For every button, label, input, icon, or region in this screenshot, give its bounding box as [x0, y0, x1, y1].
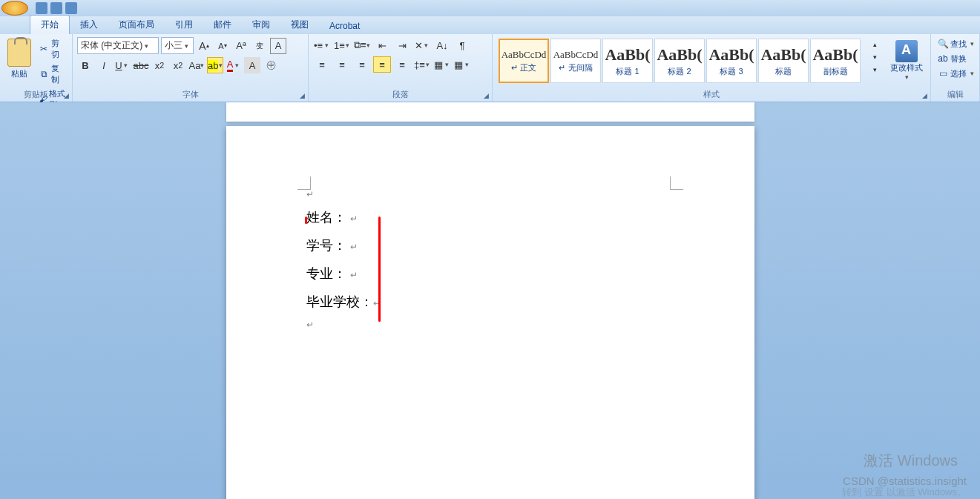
- document-content[interactable]: ↵ 姓名： ↵ 学号： ↵ 专业： ↵ 毕业学校：↵ ↵: [306, 185, 674, 335]
- tab-review[interactable]: 审阅: [242, 16, 280, 34]
- copy-icon: ⧉: [39, 68, 50, 80]
- indent-dec-button[interactable]: ⇤: [373, 37, 391, 53]
- group-paragraph: •≡▾ 1≡▾ ⧉≡▾ ⇤ ⇥ ✕▾ A↓ ¶ ≡ ≡ ≡ ≡ ≡ ‡≡▾ ▦▾…: [309, 34, 493, 102]
- grow-font-button[interactable]: A▴: [196, 38, 212, 54]
- find-button[interactable]: 🔍查找▾: [935, 37, 977, 50]
- underline-button[interactable]: U▾: [114, 57, 131, 73]
- show-marks-button[interactable]: ¶: [453, 37, 471, 53]
- align-distribute-button[interactable]: ≡: [393, 56, 411, 73]
- paragraph-mark: ↵: [306, 185, 674, 204]
- styles-gallery[interactable]: AaBbCcDd↵ 正文 AaBbCcDd↵ 无间隔 AaBb(标题 1 AaB…: [497, 37, 862, 85]
- group-label-paragraph: 段落: [309, 87, 492, 102]
- margin-corner-icon: [297, 176, 311, 190]
- tab-view[interactable]: 视图: [280, 16, 319, 34]
- group-label-styles: 样式: [493, 87, 930, 102]
- paragraph-dialog-launcher[interactable]: ◢: [481, 91, 490, 100]
- copy-button[interactable]: ⧉复制: [37, 62, 68, 86]
- previous-page-edge: [226, 102, 754, 122]
- quick-access-toolbar: [0, 0, 980, 16]
- doc-line[interactable]: 专业： ↵: [306, 260, 674, 288]
- char-border-button[interactable]: A: [270, 38, 286, 54]
- paste-button[interactable]: 粘贴: [4, 37, 34, 81]
- group-label-font: 字体: [73, 87, 308, 102]
- group-font: 宋体 (中文正文)▾ 小三▾ A▴ A▾ Aª 变 A B I U▾ abc x…: [73, 34, 309, 102]
- phonetic-guide-button[interactable]: 变: [251, 38, 268, 54]
- superscript-button[interactable]: x2: [170, 57, 186, 73]
- enclose-char-button[interactable]: ㊥: [263, 57, 279, 73]
- font-size-combo[interactable]: 小三▾: [161, 37, 194, 54]
- doc-line[interactable]: 毕业学校：↵: [306, 288, 674, 317]
- ribbon-tabs: 开始 插入 页面布局 引用 邮件 审阅 视图 Acrobat: [0, 16, 980, 34]
- tab-acrobat[interactable]: Acrobat: [319, 18, 370, 34]
- styles-scroll-up[interactable]: ▴: [866, 39, 883, 50]
- tab-pagelayout[interactable]: 页面布局: [108, 16, 165, 34]
- office-button[interactable]: [1, 1, 28, 16]
- numbering-button[interactable]: 1≡▾: [333, 37, 351, 53]
- borders-button[interactable]: ▦▾: [453, 56, 471, 73]
- bullets-button[interactable]: •≡▾: [313, 37, 331, 53]
- char-shading-button[interactable]: A: [244, 57, 260, 73]
- change-styles-button[interactable]: 更改样式 ▾: [887, 37, 926, 84]
- styles-expand[interactable]: ▾: [866, 64, 883, 76]
- group-styles: AaBbCcDd↵ 正文 AaBbCcDd↵ 无间隔 AaBb(标题 1 AaB…: [493, 34, 931, 102]
- find-icon: 🔍: [937, 38, 949, 50]
- paste-icon: [7, 39, 31, 67]
- sort-button[interactable]: A↓: [433, 37, 451, 53]
- doc-line[interactable]: 学号： ↵: [306, 232, 674, 260]
- highlight-button[interactable]: ab▾: [207, 57, 223, 73]
- font-color-button[interactable]: A▾: [226, 57, 242, 73]
- italic-button[interactable]: I: [96, 57, 112, 73]
- select-icon: ▭: [937, 67, 949, 79]
- tab-home[interactable]: 开始: [30, 15, 70, 34]
- align-center-button[interactable]: ≡: [333, 56, 351, 73]
- styles-dialog-launcher[interactable]: ◢: [920, 91, 929, 100]
- doc-line[interactable]: 姓名： ↵: [306, 204, 674, 232]
- shrink-font-button[interactable]: A▾: [214, 38, 231, 54]
- align-left-button[interactable]: ≡: [313, 56, 331, 73]
- style-heading3[interactable]: AaBb(标题 3: [706, 39, 757, 83]
- style-subtitle[interactable]: AaBb(副标题: [810, 39, 861, 83]
- qat-redo-icon[interactable]: [65, 2, 77, 14]
- select-button[interactable]: ▭选择▾: [935, 67, 977, 80]
- align-justify-button[interactable]: ≡: [373, 56, 391, 73]
- line-spacing-button[interactable]: ‡≡▾: [413, 56, 431, 73]
- qat-save-icon[interactable]: [36, 2, 47, 14]
- multilevel-button[interactable]: ⧉≡▾: [353, 37, 371, 53]
- change-styles-icon: [895, 40, 918, 62]
- indent-inc-button[interactable]: ⇥: [393, 37, 411, 53]
- strike-button[interactable]: abc: [133, 57, 149, 73]
- replace-button[interactable]: ab替换: [935, 52, 968, 65]
- document-page[interactable]: ↵ 姓名： ↵ 学号： ↵ 专业： ↵ 毕业学校：↵ ↵: [226, 126, 754, 499]
- bold-button[interactable]: B: [77, 57, 93, 73]
- change-case-button[interactable]: Aa▾: [188, 57, 205, 73]
- clipboard-dialog-launcher[interactable]: ◢: [62, 91, 70, 100]
- tab-references[interactable]: 引用: [165, 16, 203, 34]
- style-normal[interactable]: AaBbCcDd↵ 正文: [499, 39, 549, 83]
- tab-mail[interactable]: 邮件: [203, 16, 242, 34]
- replace-icon: ab: [937, 53, 949, 65]
- document-area[interactable]: ↵ 姓名： ↵ 学号： ↵ 专业： ↵ 毕业学校：↵ ↵: [0, 102, 980, 499]
- clear-format-button[interactable]: Aª: [233, 38, 249, 54]
- font-dialog-launcher[interactable]: ◢: [297, 91, 306, 100]
- style-heading2[interactable]: AaBb(标题 2: [654, 39, 705, 83]
- scissors-icon: ✂: [39, 43, 50, 55]
- styles-scroll-down[interactable]: ▾: [866, 51, 883, 63]
- annotation-red-line: [305, 217, 307, 224]
- align-right-button[interactable]: ≡: [353, 56, 371, 73]
- margin-corner-icon: [670, 176, 683, 190]
- asian-layout-button[interactable]: ✕▾: [413, 37, 431, 53]
- shading-button[interactable]: ▦▾: [433, 56, 451, 73]
- style-nospacing[interactable]: AaBbCcDd↵ 无间隔: [550, 39, 601, 83]
- style-title[interactable]: AaBb(标题: [758, 39, 809, 83]
- tab-insert[interactable]: 插入: [70, 16, 108, 34]
- chevron-down-icon: ▾: [142, 42, 150, 50]
- cut-button[interactable]: ✂剪切: [37, 37, 68, 61]
- annotation-red-line: [378, 217, 381, 322]
- subscript-button[interactable]: x2: [151, 57, 168, 73]
- windows-activate-watermark: 激活 Windows: [864, 451, 958, 471]
- style-heading1[interactable]: AaBb(标题 1: [602, 39, 653, 83]
- group-label-editing: 编辑: [931, 87, 979, 102]
- font-family-combo[interactable]: 宋体 (中文正文)▾: [77, 37, 159, 54]
- paste-label: 粘贴: [11, 68, 27, 79]
- qat-undo-icon[interactable]: [50, 2, 62, 14]
